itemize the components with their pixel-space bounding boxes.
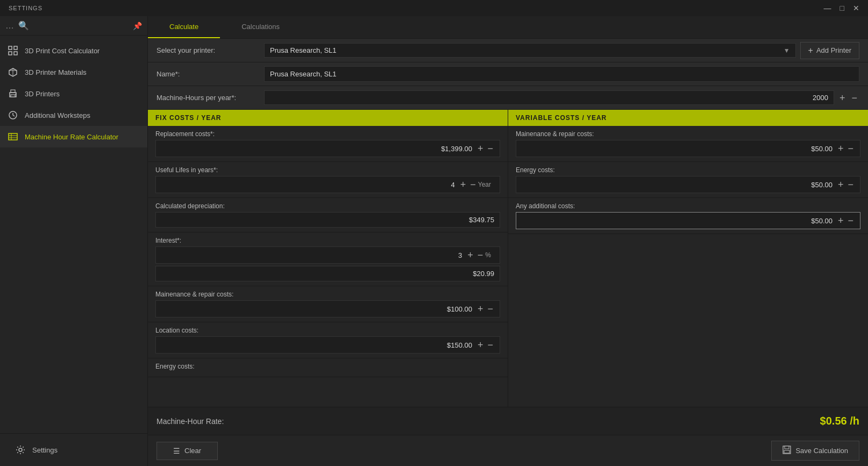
minimize-button[interactable]: — xyxy=(820,3,836,13)
useful-life-value: 4 xyxy=(160,181,458,189)
maintenance-var-value-row: $50.00 + − xyxy=(516,140,860,157)
svg-rect-0 xyxy=(9,46,12,50)
name-input[interactable] xyxy=(264,66,859,82)
save-calculation-button[interactable]: Save Calculation xyxy=(771,441,859,461)
fix-costs-column: FIX COSTS / YEAR Replacement costs*: $1,… xyxy=(148,110,508,407)
fix-costs-items: Replacement costs*: $1,399.00 + − Useful… xyxy=(148,126,508,407)
main-content: Calculate Calculations Select your print… xyxy=(148,16,868,466)
printer-select-wrapper: Prusa Research, SL1 ▼ xyxy=(264,43,796,58)
top-tabs: Calculate Calculations xyxy=(148,16,868,39)
machine-hours-label: Machine-Hours per year*: xyxy=(156,94,264,102)
settings-label: SETTINGS xyxy=(4,5,42,11)
maintenance-var-item: Mainenance & repair costs: $50.00 + − xyxy=(508,126,868,162)
add-printer-label: Add Printer xyxy=(816,46,851,54)
useful-life-value-row: 4 + − Year xyxy=(155,176,500,193)
replacement-cost-item: Replacement costs*: $1,399.00 + − xyxy=(148,126,508,162)
machine-hours-row: Machine-Hours per year*: 2000 + − xyxy=(148,86,868,110)
pin-icon[interactable]: 📌 xyxy=(133,22,142,30)
useful-life-decrement[interactable]: − xyxy=(468,179,478,190)
interest-value: 3 xyxy=(160,251,465,259)
replacement-decrement[interactable]: − xyxy=(485,143,495,154)
interest-sub-row: $20.99 xyxy=(155,266,500,281)
interest-sub-value: $20.99 xyxy=(473,270,494,278)
replacement-label: Replacement costs*: xyxy=(155,130,500,138)
additional-label: Any additional costs: xyxy=(516,202,860,210)
sidebar-item-materials[interactable]: 3D Printer Materials xyxy=(0,61,147,83)
machine-hours-value: 2000 xyxy=(270,94,828,102)
additional-value: $50.00 xyxy=(521,217,836,225)
maintenance-fix-label: Mainenance & repair costs: xyxy=(155,291,500,298)
variable-costs-header: VARIABLE COSTS / YEAR xyxy=(508,110,868,126)
clear-button[interactable]: ☰ Clear xyxy=(156,442,218,460)
footer-buttons: ☰ Clear Save Calculation xyxy=(148,435,868,466)
svg-rect-21 xyxy=(784,450,789,453)
sidebar-item-printers[interactable]: 3D Printers xyxy=(0,83,147,104)
svg-rect-2 xyxy=(9,52,12,55)
interest-value-row: 3 + − % xyxy=(155,246,500,264)
maintenance-var-decrement[interactable]: − xyxy=(845,143,856,154)
location-item: Location costs: $150.00 + − xyxy=(148,322,508,358)
svg-point-18 xyxy=(19,448,22,451)
energy-fix-label: Energy costs: xyxy=(155,363,500,370)
energy-var-label: Energy costs: xyxy=(516,166,860,174)
clear-label: Clear xyxy=(184,447,201,455)
energy-fix-item: Energy costs: xyxy=(148,358,508,377)
sidebar-item-label: 3D Printer Materials xyxy=(25,68,87,76)
machine-hours-decrement[interactable]: − xyxy=(849,92,859,104)
location-increment[interactable]: + xyxy=(475,339,486,351)
svg-rect-14 xyxy=(9,133,17,140)
search-icon[interactable]: 🔍 xyxy=(18,20,29,31)
cube-icon xyxy=(8,67,18,77)
sidebar-item-mhr[interactable]: Machine Hour Rate Calculator xyxy=(0,126,147,147)
sidebar-item-label: Additional Worksteps xyxy=(25,111,90,119)
sidebar-item-label: Machine Hour Rate Calculator xyxy=(25,133,118,141)
maintenance-var-label: Mainenance & repair costs: xyxy=(516,130,860,138)
table-icon xyxy=(8,131,18,142)
location-decrement[interactable]: − xyxy=(485,339,495,351)
printer-label: Select your printer: xyxy=(156,46,264,54)
sidebar-item-settings[interactable]: Settings xyxy=(8,439,140,461)
useful-life-increment[interactable]: + xyxy=(458,179,468,190)
location-label: Location costs: xyxy=(155,327,500,334)
location-value: $150.00 xyxy=(160,341,475,349)
maintenance-fix-increment[interactable]: + xyxy=(475,303,486,315)
printer-icon xyxy=(8,88,18,99)
titlebar: SETTINGS — □ ✕ xyxy=(0,0,868,16)
additional-value-row: $50.00 + − xyxy=(516,212,860,229)
energy-var-increment[interactable]: + xyxy=(836,179,846,190)
tab-calculations[interactable]: Calculations xyxy=(220,16,301,38)
useful-life-label: Useful Lifes in years*: xyxy=(155,166,500,174)
close-button[interactable]: ✕ xyxy=(849,3,864,13)
additional-decrement[interactable]: − xyxy=(845,215,856,227)
printer-select[interactable]: Prusa Research, SL1 xyxy=(270,46,784,54)
maximize-button[interactable]: □ xyxy=(836,3,849,13)
replacement-increment[interactable]: + xyxy=(475,143,486,154)
additional-increment[interactable]: + xyxy=(836,215,846,227)
energy-var-decrement[interactable]: − xyxy=(845,179,856,190)
printer-row: Select your printer: Prusa Research, SL1… xyxy=(148,39,868,62)
useful-life-unit: Year xyxy=(478,181,491,188)
settings-label: Settings xyxy=(32,446,58,454)
tab-calculate[interactable]: Calculate xyxy=(148,16,220,38)
machine-hours-increment[interactable]: + xyxy=(837,92,848,104)
sidebar-item-worksteps[interactable]: Additional Worksteps xyxy=(0,104,147,126)
mhr-label: Machine-Hour Rate: xyxy=(156,417,224,426)
energy-var-value-row: $50.00 + − xyxy=(516,176,860,193)
svg-line-13 xyxy=(13,115,15,116)
sidebar: … 🔍 📌 3D Print Cost Calculator xyxy=(0,16,148,466)
sidebar-item-print-cost[interactable]: 3D Print Cost Calculator xyxy=(0,40,147,61)
name-row: Name*: xyxy=(148,62,868,86)
interest-increment[interactable]: + xyxy=(465,249,475,261)
bottom-bar: Machine-Hour Rate: $0.56 /h xyxy=(148,407,868,435)
interest-decrement[interactable]: − xyxy=(475,249,486,261)
svg-rect-9 xyxy=(11,95,15,97)
sidebar-nav: 3D Print Cost Calculator 3D Printer Mate… xyxy=(0,36,147,433)
additional-costs-item: Any additional costs: $50.00 + − xyxy=(508,198,868,234)
maintenance-var-increment[interactable]: + xyxy=(836,143,846,154)
replacement-value: $1,399.00 xyxy=(160,145,475,153)
add-printer-button[interactable]: + Add Printer xyxy=(800,42,859,59)
clock-icon xyxy=(8,110,18,121)
variable-costs-items: Mainenance & repair costs: $50.00 + − En… xyxy=(508,126,868,407)
depreciation-value-row: $349.75 xyxy=(155,212,500,228)
maintenance-fix-decrement[interactable]: − xyxy=(485,303,495,315)
